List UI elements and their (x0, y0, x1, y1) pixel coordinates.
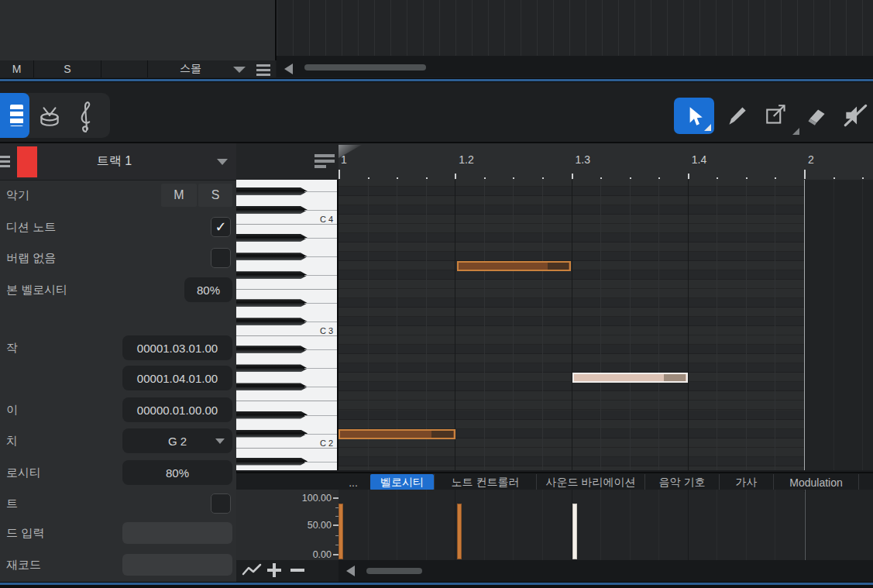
black-key[interactable] (236, 299, 308, 307)
black-key[interactable] (236, 234, 308, 242)
sixteenth-line (658, 490, 659, 560)
velocity-lane[interactable] (339, 490, 804, 561)
black-key[interactable] (236, 271, 308, 279)
trim-icon (763, 102, 791, 129)
velocity-bar[interactable] (457, 504, 462, 559)
black-key[interactable] (236, 318, 308, 325)
inspector-value-field[interactable]: 00000.01.00.00 (122, 397, 232, 422)
add-lane-button[interactable] (267, 563, 281, 577)
note-grid[interactable] (339, 180, 804, 470)
pitch-dropdown[interactable]: G 2 (122, 428, 232, 453)
sixteenth-line (542, 490, 543, 560)
track-mute-button[interactable]: M (0, 60, 34, 77)
track-color-bar[interactable] (17, 146, 37, 177)
sixteenth-tick (484, 177, 486, 179)
instrument-mute-button[interactable]: M (161, 184, 197, 207)
score-editor-button[interactable] (70, 96, 101, 136)
dropdown-caret-icon (215, 438, 225, 444)
black-key[interactable] (236, 430, 308, 438)
black-key[interactable] (236, 346, 308, 353)
inspector-checkbox[interactable]: ✓ (211, 217, 231, 237)
sixteenth-tick (746, 177, 748, 179)
trim-tool[interactable] (759, 99, 795, 132)
lane-tab[interactable]: 음악 기호 (644, 474, 719, 490)
black-key[interactable] (236, 253, 308, 260)
sixteenth-line (397, 180, 397, 470)
project-hscroll-thumb[interactable] (304, 64, 426, 70)
editor-hscroll-area[interactable] (339, 560, 873, 582)
scale-major-tick (333, 554, 339, 555)
velocity-bar[interactable] (572, 504, 577, 559)
white-key-separator (304, 434, 337, 435)
instrument-solo-button[interactable]: S (198, 184, 232, 207)
midi-note[interactable] (457, 261, 571, 271)
black-key[interactable] (236, 411, 308, 419)
inspector-menu-icon[interactable] (0, 156, 10, 167)
black-key[interactable] (236, 364, 308, 372)
inspector-checkbox[interactable] (211, 248, 231, 268)
project-hscroll-area[interactable] (277, 60, 873, 77)
beat-tick (572, 174, 573, 179)
value-text: G 2 (168, 435, 187, 448)
strip-menu-icon[interactable] (256, 64, 270, 76)
bottom-fill (0, 585, 873, 588)
bar-tick (804, 170, 806, 179)
mute-tool[interactable] (838, 99, 873, 132)
erase-tool[interactable] (799, 99, 833, 132)
white-key-separator (304, 191, 337, 192)
lane-tab[interactable]: 가사 (719, 474, 773, 490)
piano-keyboard[interactable]: C 4C 3C 2 (236, 180, 339, 470)
midi-editor-window: M S 스몰 (0, 0, 873, 588)
sixteenth-line (484, 180, 485, 470)
inspector-value-field[interactable]: 00001.03.01.00 (122, 335, 232, 360)
preset-caret-icon[interactable] (233, 67, 246, 73)
inspector-row-label: 작 (6, 341, 18, 356)
white-key-separator (304, 387, 337, 387)
lane-tab-more[interactable]: ... (343, 474, 363, 490)
grid-settings-icon[interactable] (314, 154, 335, 168)
inspector-value-field[interactable]: 80% (184, 277, 232, 302)
lane-tab[interactable]: 벨로시티 (370, 474, 434, 490)
object-selection-tool[interactable] (674, 98, 714, 134)
visibility-preset-dropdown[interactable]: 스몰 (155, 60, 226, 77)
inspector-text-input[interactable] (122, 522, 232, 544)
track-selector-caret-icon[interactable] (217, 159, 228, 165)
beat-tick (688, 174, 689, 179)
inspector-value-field[interactable]: 80% (122, 460, 232, 485)
lane-tab[interactable]: Modulation (773, 474, 858, 490)
timeline-ruler[interactable]: 11.21.31.42 (339, 143, 873, 181)
midi-note[interactable] (572, 373, 688, 383)
tool-submenu-corner-icon (792, 128, 799, 135)
editor-hscroll-thumb[interactable] (366, 568, 422, 574)
midi-note[interactable] (339, 429, 455, 439)
draw-tool[interactable] (720, 99, 753, 132)
scroll-left-arrow-icon[interactable] (284, 64, 293, 74)
track-title[interactable]: 트랙 1 (46, 143, 182, 180)
piano-roll-view-button[interactable] (0, 93, 29, 138)
lane-tab[interactable]: 노트 컨트롤러 (434, 474, 536, 490)
inspector-checkbox[interactable] (211, 493, 231, 514)
track-solo-button[interactable]: S (34, 60, 101, 77)
scale-label: 100.00 (302, 493, 332, 504)
black-key[interactable] (236, 383, 308, 390)
drum-editor-button[interactable] (34, 101, 65, 132)
black-key[interactable] (236, 458, 308, 466)
sixteenth-tick (833, 177, 835, 179)
beat-line (688, 490, 689, 560)
scroll-left-arrow-icon[interactable] (346, 566, 355, 576)
inspector-row-label: 버랩 없음 (6, 251, 56, 266)
sixteenth-line (513, 490, 514, 560)
value-text: 80% (166, 466, 189, 480)
velocity-bar[interactable] (339, 504, 343, 559)
curve-mode-icon[interactable] (241, 562, 263, 578)
white-key-separator (236, 448, 337, 449)
lane-tab[interactable]: P (858, 474, 873, 490)
black-key[interactable] (236, 206, 308, 214)
lane-tab[interactable]: 사운드 바리에이션 (536, 474, 644, 490)
inspector-value-field[interactable]: 00001.04.01.00 (122, 366, 232, 390)
remove-lane-button[interactable] (290, 563, 304, 577)
inspector-text-input[interactable] (122, 554, 232, 576)
sixteenth-tick (397, 177, 398, 179)
black-key[interactable] (236, 187, 308, 195)
sixteenth-line (630, 180, 631, 470)
